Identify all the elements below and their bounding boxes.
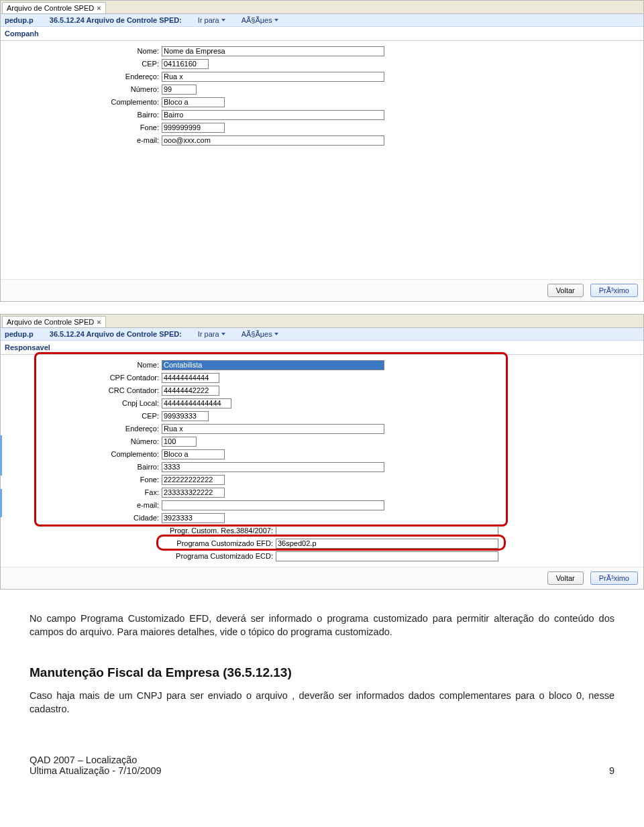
goto-label: Ir para xyxy=(198,330,219,338)
input-fax[interactable] xyxy=(162,488,225,498)
label-cnpj: Cnpj Local: xyxy=(5,399,162,407)
page-title: 36.5.12.24 Arquivo de Controle SPED: xyxy=(50,330,182,338)
tab-sped[interactable]: Arquivo de Controle SPED × xyxy=(2,2,106,13)
label-nome: Nome: xyxy=(5,47,162,55)
label-fone: Fone: xyxy=(5,476,162,484)
label-complemento: Complemento: xyxy=(5,98,162,106)
left-accent xyxy=(0,489,2,517)
input-cep[interactable] xyxy=(162,411,209,421)
label-progr: Progr. Custom. Res.3884/2007: xyxy=(5,527,276,535)
chevron-down-icon xyxy=(221,333,225,335)
goto-label: Ir para xyxy=(198,16,219,24)
input-cidade[interactable] xyxy=(162,513,225,523)
breadcrumb: pedup.p 36.5.12.24 Arquivo de Controle S… xyxy=(1,14,643,27)
label-endereco: Endereço: xyxy=(5,72,162,80)
footer-line2: Ultima Atualização - 7/10/2009 xyxy=(30,765,162,776)
label-email: e-mail: xyxy=(5,136,162,144)
input-email[interactable] xyxy=(162,500,384,510)
footer-page-number: 9 xyxy=(609,765,614,776)
label-email: e-mail: xyxy=(5,501,162,509)
next-button[interactable]: PrÃ³ximo xyxy=(590,284,638,297)
breadcrumb: pedup.p 36.5.12.24 Arquivo de Controle S… xyxy=(1,328,643,341)
tab-label: Arquivo de Controle SPED xyxy=(7,318,94,326)
chevron-down-icon xyxy=(274,333,278,335)
close-icon[interactable]: × xyxy=(97,318,101,326)
label-numero: Número: xyxy=(5,85,162,93)
label-efd: Programa Customizado EFD: xyxy=(5,539,276,547)
goto-dropdown[interactable]: Ir para xyxy=(198,16,225,24)
footer-left: QAD 2007 – Localização Ultima Atualizaçã… xyxy=(30,755,162,776)
input-ecd[interactable] xyxy=(276,551,498,561)
input-numero[interactable] xyxy=(162,85,197,95)
section-title: Companh xyxy=(1,27,643,41)
label-cep: CEP: xyxy=(5,60,162,68)
label-nome: Nome: xyxy=(5,361,162,369)
input-cnpj[interactable] xyxy=(162,398,231,408)
page-footer: QAD 2007 – Localização Ultima Atualizaçã… xyxy=(0,730,644,784)
actions-dropdown[interactable]: AÃ§Ãµes xyxy=(241,16,278,24)
program-name: pedup.p xyxy=(5,16,34,24)
back-button[interactable]: Voltar xyxy=(547,284,584,297)
label-cep: CEP: xyxy=(5,412,162,420)
form-companh: Nome: CEP: Endereço: Número: Complemento… xyxy=(1,41,643,279)
input-progr[interactable] xyxy=(276,526,498,536)
goto-dropdown[interactable]: Ir para xyxy=(198,330,225,338)
document-body: No campo Programa Customizado EFD, dever… xyxy=(0,602,644,730)
actions-label: AÃ§Ãµes xyxy=(241,330,272,338)
close-icon[interactable]: × xyxy=(97,4,101,12)
label-cidade: Cidade: xyxy=(5,514,162,522)
doc-heading: Manutenção Fiscal da Empresa (36.5.12.13… xyxy=(30,665,614,680)
chevron-down-icon xyxy=(274,19,278,21)
button-row: Voltar PrÃ³ximo xyxy=(1,567,643,589)
input-fone[interactable] xyxy=(162,123,225,133)
actions-dropdown[interactable]: AÃ§Ãµes xyxy=(241,330,278,338)
label-complemento: Complemento: xyxy=(5,450,162,458)
button-row: Voltar PrÃ³ximo xyxy=(1,279,643,301)
input-efd[interactable] xyxy=(276,539,498,549)
label-numero: Número: xyxy=(5,437,162,445)
left-accent xyxy=(0,435,2,476)
window-companh: Arquivo de Controle SPED × pedup.p 36.5.… xyxy=(0,0,644,302)
back-button[interactable]: Voltar xyxy=(547,571,584,585)
label-fax: Fax: xyxy=(5,488,162,496)
form-responsavel: Nome: CPF Contador: CRC Contador: Cnpj L… xyxy=(1,355,643,567)
program-name: pedup.p xyxy=(5,330,34,338)
input-complemento[interactable] xyxy=(162,449,225,459)
page-title: 36.5.12.24 Arquivo de Controle SPED: xyxy=(50,16,182,24)
label-fone: Fone: xyxy=(5,123,162,131)
doc-paragraph-2: Caso haja mais de um CNPJ para ser envia… xyxy=(30,690,614,716)
tab-label: Arquivo de Controle SPED xyxy=(7,4,94,12)
label-crc: CRC Contador: xyxy=(5,386,162,394)
input-email[interactable] xyxy=(162,135,384,146)
input-endereco[interactable] xyxy=(162,72,384,82)
label-bairro: Bairro: xyxy=(5,463,162,471)
input-endereco[interactable] xyxy=(162,424,384,434)
footer-line1: QAD 2007 – Localização xyxy=(30,755,162,765)
label-endereco: Endereço: xyxy=(5,425,162,433)
input-fone[interactable] xyxy=(162,475,225,485)
input-bairro[interactable] xyxy=(162,462,384,472)
input-numero[interactable] xyxy=(162,437,197,447)
next-button[interactable]: PrÃ³ximo xyxy=(590,571,638,585)
doc-paragraph-1: No campo Programa Customizado EFD, dever… xyxy=(30,612,614,639)
input-bairro[interactable] xyxy=(162,110,384,120)
input-complemento[interactable] xyxy=(162,97,225,107)
window-responsavel: Arquivo de Controle SPED × pedup.p 36.5.… xyxy=(0,314,644,590)
input-cpf[interactable] xyxy=(162,373,219,383)
chevron-down-icon xyxy=(221,19,225,21)
tabbar: Arquivo de Controle SPED × xyxy=(1,1,643,14)
label-cpf: CPF Contador: xyxy=(5,374,162,382)
tabbar: Arquivo de Controle SPED × xyxy=(1,315,643,328)
label-bairro: Bairro: xyxy=(5,111,162,119)
label-ecd: Programa Customizado ECD: xyxy=(5,552,276,560)
input-crc[interactable] xyxy=(162,386,219,396)
input-nome[interactable] xyxy=(162,46,384,56)
section-title: Responsavel xyxy=(1,341,643,355)
input-nome[interactable] xyxy=(162,360,384,370)
tab-sped[interactable]: Arquivo de Controle SPED × xyxy=(2,316,106,327)
actions-label: AÃ§Ãµes xyxy=(241,16,272,24)
input-cep[interactable] xyxy=(162,59,209,69)
